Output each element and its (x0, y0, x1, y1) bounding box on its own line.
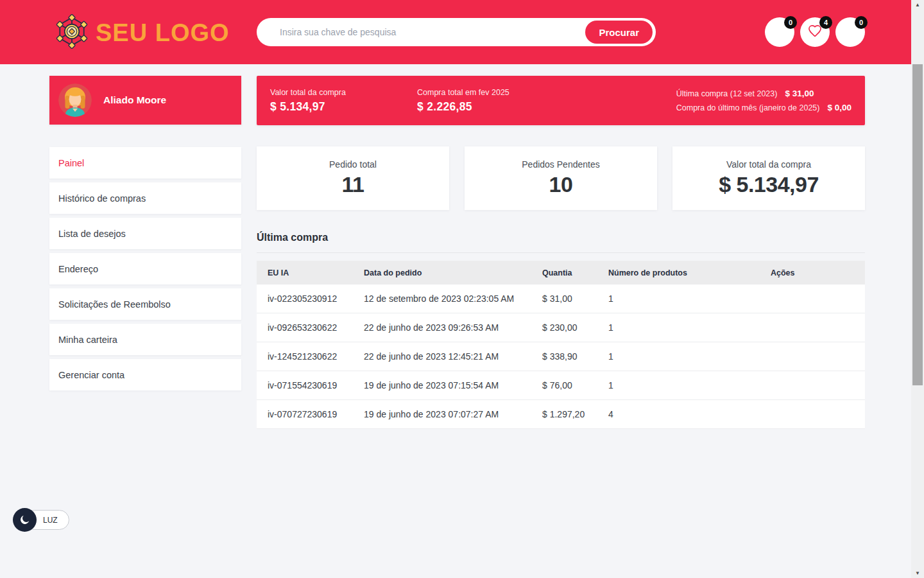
order-id: iv-071554230619 (268, 380, 364, 390)
column-header-actions: Ações (771, 268, 865, 277)
sidebar-item-solicitacoes-de-reembolso[interactable]: Solicitações de Reembolso (49, 288, 241, 320)
order-date: 12 de setembro de 2023 02:23:05 AM (364, 293, 542, 304)
order-id: iv-124521230622 (268, 351, 364, 362)
search-button[interactable]: Procurar (585, 21, 653, 44)
order-amount: $ 338,90 (542, 351, 608, 362)
scroll-down-arrow[interactable]: ▼ (911, 570, 924, 576)
search-bar: Procurar (257, 18, 656, 46)
order-id: iv-092653230622 (268, 322, 364, 333)
banner-total-value: $ 5.134,97 (270, 100, 417, 114)
banner-last-month-value: $ 0,00 (827, 103, 851, 112)
header-actions: 0 4 0 (765, 17, 865, 47)
table-row: iv-092653230622 22 de junho de 2023 09:2… (257, 313, 865, 342)
user-avatar (58, 83, 92, 117)
order-products: 1 (608, 380, 771, 390)
column-header-date: Data do pedido (364, 268, 542, 277)
order-amount: $ 230,00 (542, 322, 608, 333)
stat-card-total-value: Valor total da compra $ 5.134,97 (672, 146, 865, 210)
table-row: iv-070727230619 19 de junho de 2023 07:0… (257, 400, 865, 429)
banner-month-value: $ 2.226,85 (417, 100, 676, 114)
stat-label: Pedidos Pendentes (522, 159, 599, 170)
account-dashboard-page: SEU LOGO Procurar 0 4 0 (0, 0, 924, 578)
account-sidebar: Aliado Moore Painel Histórico de compras… (49, 76, 241, 394)
stat-label: Pedido total (329, 159, 377, 170)
logo[interactable]: SEU LOGO (55, 14, 230, 51)
column-header-amount: Quantia (542, 268, 608, 277)
logo-network-icon (55, 14, 89, 51)
order-amount: $ 1.297,20 (542, 409, 608, 419)
banner-last-month-label: Compra do último mês (janeiro de 2025) (676, 103, 820, 112)
table-row: iv-071554230619 19 de junho de 2023 07:1… (257, 371, 865, 400)
banner-last-purchase-value: $ 31,00 (785, 89, 814, 98)
wishlist-button[interactable]: 4 (800, 17, 830, 47)
sidebar-item-gerenciar-conta[interactable]: Gerenciar conta (49, 359, 241, 390)
column-header-products: Número de produtos (608, 268, 771, 277)
main-header: SEU LOGO Procurar 0 4 0 (0, 0, 911, 64)
compare-button[interactable]: 0 (765, 17, 794, 47)
cart-count-badge: 0 (855, 16, 868, 29)
order-date: 19 de junho de 2023 07:15:54 AM (364, 380, 542, 390)
column-header-id: EU IA (268, 268, 364, 277)
wishlist-count-badge: 4 (819, 16, 832, 29)
heart-icon (808, 24, 822, 40)
sidebar-item-endereco[interactable]: Endereço (49, 253, 241, 285)
sidebar-item-minha-carteira[interactable]: Minha carteira (49, 324, 241, 355)
sidebar-item-painel[interactable]: Painel (49, 147, 241, 179)
order-products: 1 (608, 351, 771, 362)
order-id: iv-022305230912 (268, 293, 364, 304)
account-nav: Painel Histórico de compras Lista de des… (49, 147, 241, 390)
banner-last-purchase-label: Última compra (12 set 2023) (676, 89, 778, 98)
stat-value: 10 (549, 172, 573, 197)
stat-cards: Pedido total 11 Pedidos Pendentes 10 Val… (257, 146, 865, 210)
theme-toggle[interactable]: LUZ (13, 508, 69, 532)
cart-button[interactable]: 0 (835, 17, 865, 47)
scrollbar-thumb[interactable] (912, 64, 923, 385)
scroll-up-arrow[interactable]: ▲ (911, 2, 924, 8)
stat-value: 11 (342, 172, 364, 197)
profile-card: Aliado Moore (49, 76, 241, 125)
stat-card-pending-orders: Pedidos Pendentes 10 (465, 146, 657, 210)
logo-text: SEU LOGO (96, 19, 230, 47)
order-products: 1 (608, 293, 771, 304)
order-date: 22 de junho de 2023 09:26:53 AM (364, 322, 542, 333)
order-amount: $ 31,00 (542, 293, 608, 304)
dashboard-main: Valor total da compra $ 5.134,97 Compra … (257, 76, 865, 429)
banner-total-label: Valor total da compra (270, 88, 417, 97)
compare-count-badge: 0 (784, 16, 797, 29)
orders-table: EU IA Data do pedido Quantia Número de p… (257, 261, 865, 429)
orders-table-header: EU IA Data do pedido Quantia Número de p… (257, 261, 865, 285)
order-products: 1 (608, 322, 771, 333)
order-amount: $ 76,00 (542, 380, 608, 390)
table-row: iv-022305230912 12 de setembro de 2023 0… (257, 285, 865, 313)
purchase-summary-banner: Valor total da compra $ 5.134,97 Compra … (257, 76, 865, 125)
user-name: Aliado Moore (103, 94, 166, 106)
stat-label: Valor total da compra (726, 159, 811, 170)
order-products: 4 (608, 409, 771, 419)
sidebar-item-historico-de-compras[interactable]: Histórico de compras (49, 182, 241, 214)
last-purchase-title: Última compra (257, 232, 865, 253)
order-id: iv-070727230619 (268, 409, 364, 419)
sidebar-item-lista-de-desejos[interactable]: Lista de desejos (49, 218, 241, 249)
banner-month-label: Compra total em fev 2025 (417, 88, 676, 97)
vertical-scrollbar: ▲ ▼ (911, 0, 924, 578)
order-date: 19 de junho de 2023 07:07:27 AM (364, 409, 542, 419)
order-date: 22 de junho de 2023 12:45:21 AM (364, 351, 542, 362)
stat-value: $ 5.134,97 (719, 172, 819, 197)
stat-card-total-orders: Pedido total 11 (257, 146, 449, 210)
moon-icon (13, 508, 37, 532)
table-row: iv-124521230622 22 de junho de 2023 12:4… (257, 342, 865, 371)
